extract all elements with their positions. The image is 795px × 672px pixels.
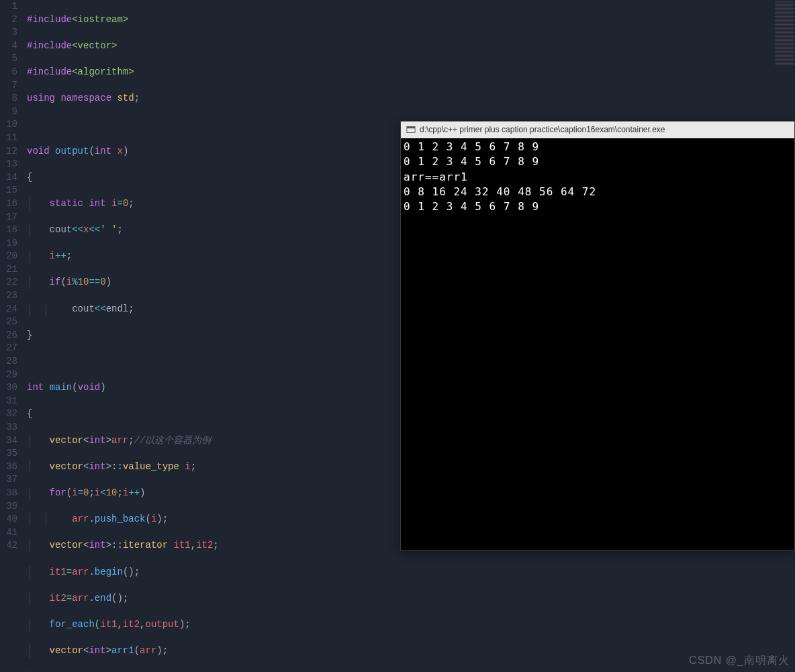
line-number: 33 xyxy=(0,421,17,434)
line-number: 21 xyxy=(0,263,17,277)
line-number: 40 xyxy=(0,513,17,526)
line-number: 38 xyxy=(0,487,17,500)
line-number: 11 xyxy=(0,132,17,145)
svg-rect-1 xyxy=(407,127,415,129)
line-number: 17 xyxy=(0,211,17,224)
line-number: 2 xyxy=(0,13,17,27)
line-number: 12 xyxy=(0,145,17,158)
line-number: 24 xyxy=(0,303,17,316)
line-number: 3 xyxy=(0,26,17,40)
line-number: 23 xyxy=(0,289,17,303)
line-number: 34 xyxy=(0,434,17,448)
line-number: 1 xyxy=(0,0,17,13)
line-number: 7 xyxy=(0,79,17,93)
line-number: 37 xyxy=(0,473,17,487)
line-number: 16 xyxy=(0,197,17,211)
line-number: 28 xyxy=(0,355,17,369)
line-number: 36 xyxy=(0,461,17,474)
line-number: 20 xyxy=(0,250,17,263)
console-output: 0 1 2 3 4 5 6 7 8 9 0 1 2 3 4 5 6 7 8 9 … xyxy=(401,138,794,550)
line-number: 22 xyxy=(0,276,17,289)
line-number: 8 xyxy=(0,92,17,105)
line-number: 6 xyxy=(0,66,17,79)
line-gutter: 1234567891011121314151617181920212223242… xyxy=(0,0,27,672)
console-window[interactable]: d:\cpp\c++ primer plus caption practice\… xyxy=(400,121,795,550)
comment: //以这个容器为例 xyxy=(134,435,212,446)
line-number: 13 xyxy=(0,158,17,171)
line-number: 5 xyxy=(0,52,17,66)
watermark: CSDN @_南明离火 xyxy=(689,653,790,668)
line-number: 29 xyxy=(0,369,17,382)
console-app-icon xyxy=(406,125,416,134)
line-number: 9 xyxy=(0,105,17,119)
line-number: 26 xyxy=(0,329,17,342)
line-number: 10 xyxy=(0,118,17,132)
line-number: 41 xyxy=(0,526,17,540)
line-number: 25 xyxy=(0,316,17,329)
line-number: 18 xyxy=(0,224,17,237)
line-number: 15 xyxy=(0,184,17,197)
line-number: 35 xyxy=(0,447,17,461)
line-number: 31 xyxy=(0,395,17,408)
line-number: 19 xyxy=(0,237,17,250)
line-number: 42 xyxy=(0,539,17,553)
console-title: d:\cpp\c++ primer plus caption practice\… xyxy=(420,124,665,136)
line-number: 14 xyxy=(0,171,17,185)
line-number: 32 xyxy=(0,407,17,421)
minimap[interactable] xyxy=(775,1,794,66)
console-titlebar[interactable]: d:\cpp\c++ primer plus caption practice\… xyxy=(401,122,794,138)
line-number: 27 xyxy=(0,342,17,355)
line-number: 39 xyxy=(0,500,17,514)
line-number: 4 xyxy=(0,40,17,53)
line-number: 30 xyxy=(0,381,17,395)
